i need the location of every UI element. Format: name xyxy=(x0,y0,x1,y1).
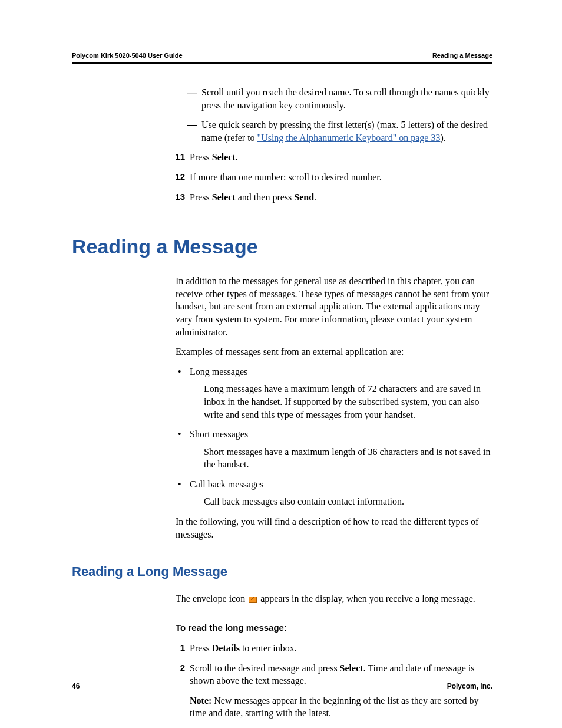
ui-label: Details xyxy=(212,643,240,653)
step-item: 11Press Select. xyxy=(176,151,492,164)
numbered-steps: 11Press Select. 12If more than one numbe… xyxy=(176,151,492,203)
text: Press xyxy=(190,643,212,653)
paragraph: Examples of messages sent from an extern… xyxy=(176,345,492,358)
dash-list: Scroll until you reach the desired name.… xyxy=(176,86,492,144)
text: Press xyxy=(190,192,212,202)
footer-company: Polycom, Inc. xyxy=(447,682,492,690)
text: The envelope icon xyxy=(176,594,247,604)
body-column: Scroll until you reach the desired name.… xyxy=(176,64,492,203)
bullet-desc: Long messages have a maximum length of 7… xyxy=(190,383,492,421)
text: to enter inbox. xyxy=(240,643,297,653)
bullet-item: Call back messages Call back messages al… xyxy=(176,478,492,508)
note: Note: New messages appear in the beginni… xyxy=(176,694,492,720)
text: New messages appear in the beginning of … xyxy=(190,696,479,719)
step-number: 11 xyxy=(170,151,185,163)
paragraph: In addition to the messages for general … xyxy=(176,275,492,338)
paragraph: The envelope icon appears in the display… xyxy=(176,592,492,605)
bullet-title: Short messages xyxy=(190,429,248,439)
note-label: Note: xyxy=(190,696,211,706)
header-left: Polycom Kirk 5020-5040 User Guide xyxy=(72,52,183,59)
section-body: The envelope icon appears in the display… xyxy=(176,592,492,728)
heading-reading-a-message: Reading a Message xyxy=(72,235,492,258)
text: appears in the display, when you receive… xyxy=(258,594,475,604)
step-item: 12If more than one number: scroll to des… xyxy=(176,171,492,184)
ui-label: Select xyxy=(340,663,363,673)
step-number: 2 xyxy=(170,662,185,674)
bullet-desc: Short messages have a maximum length of … xyxy=(190,446,492,471)
text: If more than one number: scroll to desir… xyxy=(190,172,382,182)
page-number: 46 xyxy=(72,682,80,690)
xref-link[interactable]: "Using the Alphanumeric Keyboard" on pag… xyxy=(257,133,441,143)
bullet-title: Long messages xyxy=(190,367,247,377)
step-item: 1Press Details to enter inbox. xyxy=(176,642,492,655)
text: ). xyxy=(440,133,445,143)
header-right: Reading a Message xyxy=(432,52,492,59)
bullet-title: Call back messages xyxy=(190,479,263,489)
text: . xyxy=(314,192,316,202)
envelope-icon xyxy=(249,597,257,603)
bullet-item: Long messages Long messages have a maxim… xyxy=(176,365,492,421)
numbered-steps: 1Press Details to enter inbox. 2Scroll t… xyxy=(176,642,492,687)
heading-to-read-long-message: To read the long message: xyxy=(176,622,492,634)
heading-reading-long-message: Reading a Long Message xyxy=(72,564,492,579)
step-number: 13 xyxy=(170,191,185,203)
footer: 46 Polycom, Inc. xyxy=(72,682,492,690)
ui-label: Select xyxy=(212,192,236,202)
step-number: 1 xyxy=(170,642,185,654)
bullet-desc: Call back messages also contain contact … xyxy=(190,495,492,508)
bullet-item: Short messages Short messages have a max… xyxy=(176,428,492,471)
paragraph: In the following, you will find a descri… xyxy=(176,515,492,541)
dash-item: Scroll until you reach the desired name.… xyxy=(176,86,492,111)
dash-item: Use quick search by pressing the first l… xyxy=(176,118,492,144)
step-item: 13Press Select and then press Send. xyxy=(176,191,492,204)
ui-label: Send xyxy=(294,192,314,202)
text: Scroll to the desired message and press xyxy=(190,663,340,673)
bullet-list: Long messages Long messages have a maxim… xyxy=(176,365,492,508)
page: Polycom Kirk 5020-5040 User Guide Readin… xyxy=(0,0,562,728)
step-number: 12 xyxy=(170,171,185,183)
ui-label: Select. xyxy=(212,152,238,162)
section-body: In addition to the messages for general … xyxy=(176,275,492,541)
text: Press xyxy=(190,152,212,162)
running-header: Polycom Kirk 5020-5040 User Guide Readin… xyxy=(72,52,492,59)
text: and then press xyxy=(236,192,295,202)
